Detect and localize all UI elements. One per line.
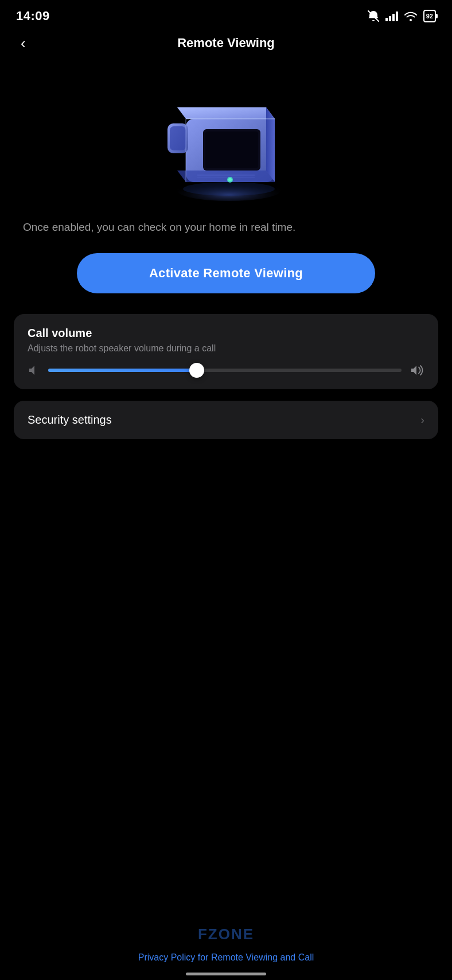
home-indicator xyxy=(186,973,266,975)
activate-remote-viewing-button[interactable]: Activate Remote Viewing xyxy=(77,253,375,293)
svg-point-1 xyxy=(183,182,275,196)
page-title: Remote Viewing xyxy=(177,36,275,51)
volume-row xyxy=(28,364,424,377)
security-settings-title: Security settings xyxy=(28,413,112,427)
call-volume-subtitle: Adjusts the robot speaker volume during … xyxy=(28,343,424,354)
camera-body-bottom xyxy=(177,171,275,182)
volume-slider-thumb[interactable] xyxy=(189,363,204,378)
volume-slider-track[interactable] xyxy=(48,369,402,372)
battery-level: 92 xyxy=(426,13,433,20)
camera-lens-inner xyxy=(170,126,186,150)
status-time: 14:09 xyxy=(16,9,50,24)
call-volume-title: Call volume xyxy=(28,327,424,340)
footer: FZONE Privacy Policy for Remote Viewing … xyxy=(0,925,452,963)
back-button[interactable]: ‹ xyxy=(16,33,30,53)
volume-high-icon xyxy=(410,364,424,377)
nav-header: ‹ Remote Viewing xyxy=(0,30,452,59)
call-volume-card: Call volume Adjusts the robot speaker vo… xyxy=(14,314,438,389)
status-icons: 92 xyxy=(367,10,436,22)
brand-watermark: FZONE xyxy=(198,925,254,943)
description-text: Once enabled, you can check on your home… xyxy=(0,219,452,236)
battery-icon: 92 xyxy=(423,10,436,22)
wifi-icon xyxy=(404,11,418,21)
camera-illustration xyxy=(0,59,452,219)
chevron-right-icon: › xyxy=(420,413,424,427)
security-settings-row: Security settings › xyxy=(28,413,424,427)
camera-3d-model xyxy=(146,79,306,205)
status-bar: 14:09 92 xyxy=(0,0,452,30)
camera-svg xyxy=(146,79,306,205)
privacy-policy-link[interactable]: Privacy Policy for Remote Viewing and Ca… xyxy=(138,952,314,963)
signal-icon xyxy=(385,11,398,21)
camera-screen-inner xyxy=(205,131,258,168)
camera-body-top xyxy=(177,107,275,119)
security-settings-card[interactable]: Security settings › xyxy=(14,401,438,439)
volume-slider-fill xyxy=(48,369,197,372)
volume-low-icon xyxy=(28,364,40,377)
bell-muted-icon xyxy=(367,10,380,22)
camera-indicator-inner xyxy=(228,178,232,181)
